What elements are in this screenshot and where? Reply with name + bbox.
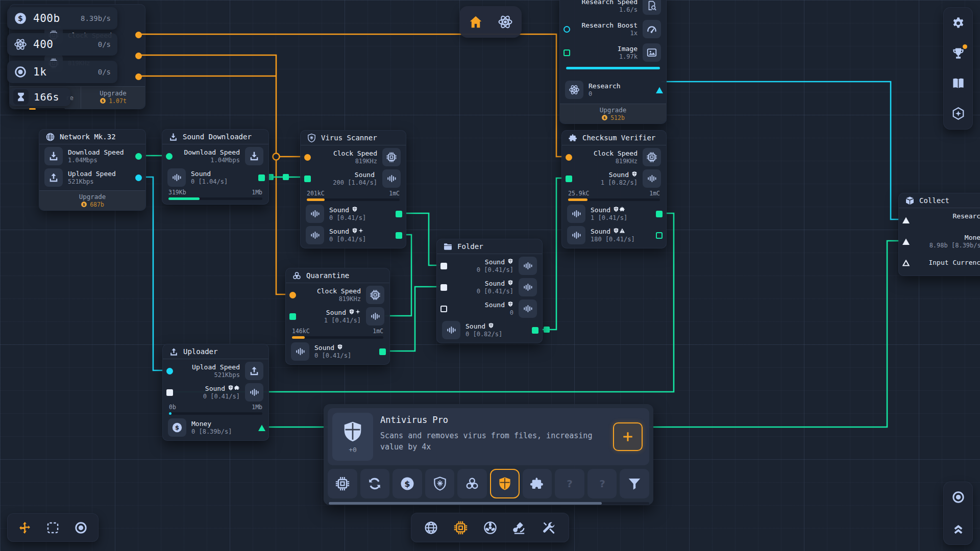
category-toolbar (411, 513, 569, 542)
port-out-sound-clean[interactable] (396, 211, 402, 217)
port-in-clock[interactable] (304, 154, 311, 161)
port-out-orange[interactable] (135, 53, 142, 59)
port-in-download[interactable] (166, 153, 173, 160)
image-icon (643, 43, 661, 62)
port-out-upload[interactable] (135, 174, 142, 181)
coin-dollar-icon: $ (100, 97, 106, 104)
upgrade-button[interactable]: Upgrade $512b (560, 104, 666, 123)
row-label: Research Boost (581, 21, 638, 30)
tab-network[interactable] (424, 520, 438, 535)
port-in-clock[interactable] (289, 292, 296, 298)
port-out-sound-verified[interactable] (656, 211, 663, 217)
shield-icon (228, 385, 234, 391)
shop-slot-quarantine[interactable] (457, 469, 487, 498)
shop-slot-refresh[interactable] (360, 469, 390, 498)
tab-hardware[interactable] (453, 520, 468, 535)
shop-scrollbar[interactable] (328, 502, 649, 505)
node-title: Quarantine (306, 271, 349, 280)
shop-slot-locked[interactable]: ? (555, 469, 584, 498)
focus-tool-button[interactable] (74, 521, 88, 535)
row-value: 180 [0.41/s] (591, 236, 635, 243)
center-view-button[interactable] (951, 490, 965, 504)
tab-tools[interactable] (542, 520, 556, 535)
port-in-research[interactable] (902, 217, 909, 223)
port-in-upload[interactable] (166, 368, 173, 374)
shop-slot-money[interactable]: $ (393, 469, 422, 498)
port-in-sound[interactable] (289, 313, 296, 320)
port-in-sound[interactable] (304, 176, 311, 182)
port-out-sound[interactable] (258, 174, 265, 181)
game-canvas[interactable]: Clock Speed 819KHz re Upgrade $1.07t (0, 0, 980, 551)
port-in-sound-3[interactable] (440, 306, 447, 312)
port-in-currency[interactable] (902, 260, 909, 266)
node-collect[interactable]: Collect Research 0 Money 8.98b [8.39b/s]… (898, 193, 980, 276)
home-button[interactable] (467, 13, 484, 31)
home-icon (468, 14, 483, 30)
plus-icon (621, 430, 635, 444)
add-node-button[interactable] (613, 422, 643, 451)
shop-slot-antivirus[interactable] (490, 469, 520, 498)
shop-slot-locked[interactable]: ? (587, 469, 617, 498)
upgrade-button[interactable]: Upgrade $1.07t (81, 87, 145, 109)
research-panel[interactable]: Research Speed 1.6/s Research Boost 1x I… (559, 0, 667, 124)
select-tool-button[interactable] (46, 521, 60, 535)
row-value: 1 [0.82/s] (601, 179, 638, 187)
row-label: Upload Speed (68, 170, 116, 178)
port-out-orange[interactable] (135, 32, 142, 38)
node-network[interactable]: Network Mk.32 Download Speed 1.04Mbps Up… (39, 129, 146, 211)
port-out-sound[interactable] (532, 327, 538, 334)
progress-right: 1mC (649, 190, 660, 197)
collapse-button[interactable] (951, 522, 965, 536)
scrollbar-thumb[interactable] (329, 502, 602, 505)
research-tab-button[interactable] (497, 13, 514, 31)
port-in-sound-2[interactable] (440, 284, 447, 291)
tab-research[interactable] (512, 520, 527, 535)
encyclopedia-button[interactable] (951, 77, 965, 90)
settings-button[interactable] (951, 16, 965, 30)
download-icon (44, 147, 63, 165)
svg-text:?: ? (567, 478, 573, 490)
sound-icon (567, 226, 585, 244)
node-uploader[interactable]: Uploader Upload Speed 521Kbps Sound 0 [0… (162, 344, 269, 441)
port-out-sound-corrupt[interactable] (656, 232, 663, 239)
shop-slot-virus-scanner[interactable] (425, 469, 455, 498)
shop-slot-chip[interactable] (328, 469, 357, 498)
port-out-download[interactable] (135, 153, 142, 160)
port-in-boost[interactable] (564, 26, 570, 33)
upgrade-price: 687b (90, 201, 104, 208)
port-out-orange[interactable] (135, 73, 142, 80)
upgrade-button[interactable]: Upgrade $687b (39, 190, 145, 210)
row-label: Sound (314, 344, 334, 352)
port-in-clock[interactable] (566, 154, 572, 161)
chip-icon (382, 148, 401, 166)
port-in-image[interactable] (564, 49, 570, 56)
shop-item-preview: +0 (332, 413, 373, 461)
upload-icon (245, 362, 263, 380)
prestige-button[interactable] (951, 107, 965, 120)
node-sound-downloader[interactable]: Sound Downloader Download Speed 1.04Mbps… (162, 129, 269, 205)
tab-cooling[interactable] (483, 520, 498, 535)
warning-icon (619, 228, 625, 234)
port-in-sound-1[interactable] (440, 263, 447, 269)
row-value: 0 [0.41/s] (329, 236, 366, 243)
port-in-sound[interactable] (166, 389, 173, 396)
node-checksum-verifier[interactable]: Checksum Verifier Clock Speed 819KHz Sou… (561, 130, 667, 248)
achievements-button[interactable] (951, 46, 965, 60)
port-out-research[interactable] (656, 87, 663, 93)
filter-icon (627, 476, 642, 491)
shop-slot-filter[interactable] (620, 469, 649, 498)
port-out-sound-virus[interactable] (396, 232, 402, 239)
shop-slot-checksum[interactable] (523, 469, 552, 498)
port-in-sound[interactable] (566, 176, 572, 182)
shield-icon (352, 228, 358, 234)
port-out-money[interactable] (258, 424, 265, 431)
clock-speed-row: Clock Speed 819KHz (291, 284, 384, 306)
shop-item-description: Scans and removes virus from files, incr… (380, 431, 605, 453)
node-quarantine[interactable]: Quarantine Clock Speed 819KHz Sound 1 [0… (285, 268, 390, 365)
node-folder[interactable]: Folder Sound 0 [0.41/s] Sound 0 [0.41/s]… (436, 239, 543, 343)
port-in-money[interactable] (902, 238, 909, 245)
port-out-sound[interactable] (379, 348, 386, 355)
timer-progress (29, 108, 65, 110)
move-tool-button[interactable] (18, 521, 32, 535)
node-virus-scanner[interactable]: Virus Scanner Clock Speed 819KHz Sound 2… (300, 130, 406, 248)
